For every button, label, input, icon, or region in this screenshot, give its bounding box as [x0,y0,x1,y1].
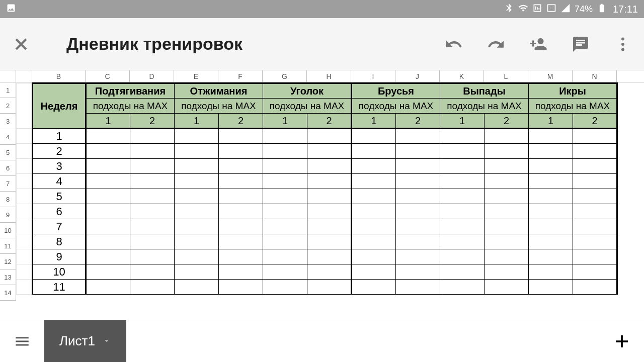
redo-button[interactable] [486,34,506,54]
exercise-header[interactable]: Выпады [440,83,529,99]
data-cell[interactable] [440,159,485,174]
data-cell[interactable] [263,144,307,159]
data-cell[interactable] [175,159,219,174]
week-number-cell[interactable]: 7 [33,219,86,234]
exercise-header[interactable]: Брусья [352,83,440,99]
undo-button[interactable] [444,34,464,54]
data-cell[interactable] [263,204,307,219]
data-cell[interactable] [440,174,485,189]
row-header[interactable]: 10 [0,223,16,238]
spreadsheet-view[interactable]: B C D E F G H I J K L M N 1 2 3 4 5 6 7 … [0,70,644,320]
data-cell[interactable] [263,189,307,204]
exercise-header[interactable]: Подтягивания [86,83,175,99]
data-cell[interactable] [86,189,130,204]
column-header[interactable]: J [395,70,440,82]
data-cell[interactable] [175,204,219,219]
data-cell[interactable] [529,249,573,264]
data-cell[interactable] [573,144,617,159]
week-number-cell[interactable]: 3 [33,159,86,174]
row-header[interactable]: 14 [0,285,16,301]
data-cell[interactable] [86,204,130,219]
row-header[interactable]: 2 [0,98,16,114]
subheader[interactable]: подходы на MAX [263,99,352,114]
data-cell[interactable] [396,219,440,234]
exercise-header[interactable]: Уголок [263,83,352,99]
cell[interactable] [17,249,33,264]
data-cell[interactable] [573,174,617,189]
data-cell[interactable] [485,144,529,159]
week-number-cell[interactable]: 5 [33,189,86,204]
data-cell[interactable] [130,249,175,264]
data-cell[interactable] [307,264,352,280]
data-cell[interactable] [352,204,396,219]
row-header[interactable]: 11 [0,238,16,254]
data-cell[interactable] [263,174,307,189]
data-cell[interactable] [130,174,175,189]
set-number-header[interactable]: 1 [86,114,130,129]
data-cell[interactable] [130,280,175,295]
data-cell[interactable] [396,159,440,174]
data-cell[interactable] [352,159,396,174]
data-cell[interactable] [86,159,130,174]
data-cell[interactable] [263,264,307,280]
data-cell[interactable] [440,189,485,204]
data-cell[interactable] [307,129,352,144]
week-number-cell[interactable]: 9 [33,249,86,264]
data-cell[interactable] [573,204,617,219]
set-number-header[interactable]: 2 [130,114,175,129]
set-number-header[interactable]: 2 [396,114,440,129]
data-cell[interactable] [573,219,617,234]
column-header[interactable]: M [528,70,573,82]
subheader[interactable]: подходы на MAX [175,99,263,114]
close-button[interactable] [11,34,31,54]
add-collaborator-button[interactable] [528,34,548,54]
data-cell[interactable] [86,280,130,295]
data-cell[interactable] [130,234,175,249]
all-sheets-button[interactable] [0,320,44,362]
data-cell[interactable] [307,174,352,189]
subheader[interactable]: подходы на MAX [352,99,440,114]
data-cell[interactable] [130,219,175,234]
row-header[interactable]: 3 [0,114,16,129]
exercise-header[interactable]: Икры [529,83,617,99]
data-cell[interactable] [219,204,263,219]
column-header[interactable]: G [263,70,307,82]
week-number-cell[interactable]: 8 [33,234,86,249]
data-cell[interactable] [130,129,175,144]
row-header[interactable]: 4 [0,129,16,145]
set-number-header[interactable]: 2 [307,114,352,129]
row-header[interactable]: 12 [0,254,16,269]
data-cell[interactable] [86,219,130,234]
data-cell[interactable] [529,189,573,204]
row-header[interactable]: 1 [0,82,16,98]
set-number-header[interactable]: 1 [352,114,396,129]
data-cell[interactable] [485,280,529,295]
column-header[interactable]: D [130,70,174,82]
week-number-cell[interactable]: 2 [33,144,86,159]
data-cell[interactable] [529,204,573,219]
data-cell[interactable] [130,204,175,219]
data-cell[interactable] [352,219,396,234]
data-cell[interactable] [573,159,617,174]
data-cell[interactable] [396,174,440,189]
row-header[interactable]: 6 [0,160,16,176]
data-cell[interactable] [175,280,219,295]
cell[interactable] [17,204,33,219]
data-cell[interactable] [307,189,352,204]
data-cell[interactable] [396,280,440,295]
subheader[interactable]: подходы на MAX [440,99,529,114]
data-cell[interactable] [396,234,440,249]
column-header[interactable]: F [218,70,263,82]
data-cell[interactable] [485,234,529,249]
data-cell[interactable] [529,264,573,280]
data-cell[interactable] [175,234,219,249]
data-cell[interactable] [175,129,219,144]
data-cell[interactable] [573,189,617,204]
data-cell[interactable] [352,264,396,280]
data-cell[interactable] [396,264,440,280]
column-header[interactable] [16,70,32,82]
data-cell[interactable] [529,144,573,159]
set-number-header[interactable]: 2 [485,114,529,129]
data-cell[interactable] [130,189,175,204]
data-cell[interactable] [440,264,485,280]
